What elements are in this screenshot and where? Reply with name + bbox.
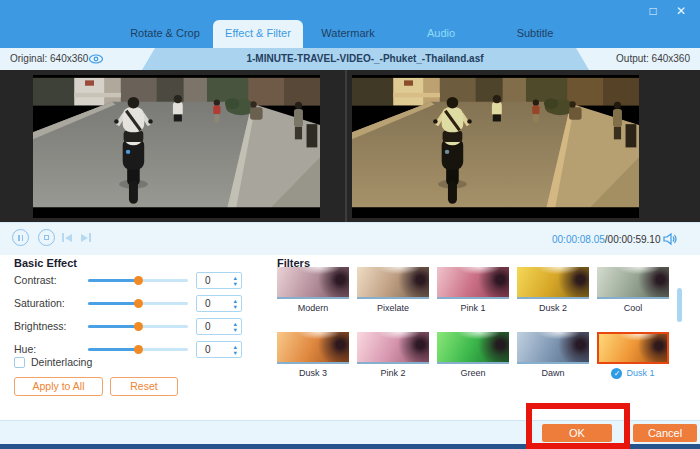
saturation-value: 0	[205, 296, 211, 311]
saturation-label: Saturation:	[14, 295, 65, 312]
deinterlacing-label: Deinterlacing	[31, 356, 92, 368]
effect-filter-dialog: □ ✕ Rotate & Crop Effect & Filter Waterm…	[0, 0, 700, 449]
spin-down-icon[interactable]: ▼	[233, 327, 238, 333]
saturation-row: Saturation: 0 ▲▼	[0, 295, 270, 312]
saturation-slider[interactable]	[88, 299, 188, 308]
filter-pink-2[interactable]: ✓Pink 2	[357, 332, 429, 379]
spin-down-icon[interactable]: ▼	[233, 281, 238, 287]
pause-icon	[18, 235, 23, 241]
filter-thumbnail[interactable]	[597, 267, 669, 299]
filter-pixelate[interactable]: ✓Pixelate	[357, 267, 429, 314]
filter-thumbnail[interactable]	[597, 332, 669, 364]
brightness-label: Brightness:	[14, 318, 67, 335]
info-bar: Original: 640x360 1-MINUTE-TRAVEL-VIDEO-…	[0, 48, 700, 70]
contrast-slider-thumb[interactable]	[134, 276, 143, 285]
deinterlacing-row: Deinterlacing	[14, 356, 92, 368]
tab-watermark[interactable]: Watermark	[303, 18, 393, 48]
filters-scrollbar[interactable]	[677, 288, 682, 322]
filter-dusk-1[interactable]: ✓Dusk 1	[597, 332, 669, 379]
spin-down-icon[interactable]: ▼	[233, 350, 238, 356]
playback-bar: 00:00:08.05/00:00:59.10	[0, 222, 700, 255]
filtered-video-frame	[352, 75, 639, 218]
previous-frame-button[interactable]	[62, 233, 72, 242]
filter-thumbnail[interactable]	[437, 332, 509, 364]
tab-effect-filter[interactable]: Effect & Filter	[213, 20, 303, 48]
filter-dusk-2[interactable]: ✓Dusk 2	[517, 267, 589, 314]
stop-icon	[44, 235, 49, 240]
filter-thumbnail[interactable]	[517, 267, 589, 299]
volume-icon[interactable]	[663, 232, 678, 250]
preview-divider	[345, 70, 347, 222]
tab-subtitle[interactable]: Subtitle	[490, 18, 580, 48]
saturation-spinbox[interactable]: 0 ▲▼	[196, 295, 242, 312]
filter-green[interactable]: ✓Green	[437, 332, 509, 379]
brightness-slider-thumb[interactable]	[134, 322, 143, 331]
contrast-slider[interactable]	[88, 276, 188, 285]
controls-panel: Basic Effect Contrast: 0 ▲▼ Saturation: …	[0, 255, 700, 420]
check-icon: ✓	[611, 368, 622, 379]
filter-dusk-3[interactable]: ✓Dusk 3	[277, 332, 349, 379]
hue-slider[interactable]	[88, 345, 188, 354]
filter-thumbnail[interactable]	[437, 267, 509, 299]
filter-modern[interactable]: ✓Modern	[277, 267, 349, 314]
filter-thumbnail[interactable]	[357, 332, 429, 364]
window-controls: □ ✕	[642, 3, 692, 19]
next-icon	[81, 234, 88, 242]
title-bar: □ ✕ Rotate & Crop Effect & Filter Waterm…	[0, 0, 700, 48]
total-time: 00:00:59.10	[608, 234, 661, 245]
apply-to-all-button[interactable]: Apply to All	[14, 377, 103, 396]
brightness-spinbox[interactable]: 0 ▲▼	[196, 318, 242, 335]
tab-audio[interactable]: Audio	[396, 18, 486, 48]
previous-icon	[65, 234, 72, 242]
ok-button[interactable]: OK	[542, 424, 612, 442]
reset-button[interactable]: Reset	[110, 377, 178, 396]
filter-pink-1[interactable]: ✓Pink 1	[437, 267, 509, 314]
contrast-label: Contrast:	[14, 272, 57, 289]
brightness-value: 0	[205, 319, 211, 334]
original-video-frame	[33, 75, 320, 218]
brightness-slider[interactable]	[88, 322, 188, 331]
hue-value: 0	[205, 342, 211, 357]
original-resolution-label: Original: 640x360	[0, 48, 155, 70]
filters-grid: ✓Modern ✓Pixelate ✓Pink 1 ✓Dusk 2 ✓Cool …	[277, 267, 669, 379]
saturation-slider-thumb[interactable]	[134, 299, 143, 308]
filter-thumbnail[interactable]	[357, 267, 429, 299]
preview-area	[0, 70, 700, 222]
contrast-row: Contrast: 0 ▲▼	[0, 272, 270, 289]
filter-cool[interactable]: ✓Cool	[597, 267, 669, 314]
spin-down-icon[interactable]: ▼	[233, 304, 238, 310]
current-time: 00:00:08.05	[552, 234, 605, 245]
output-resolution-label: Output: 640x360	[576, 48, 700, 70]
hue-spinbox[interactable]: 0 ▲▼	[196, 341, 242, 358]
deinterlacing-checkbox[interactable]	[14, 357, 25, 368]
filter-thumbnail[interactable]	[277, 267, 349, 299]
next-frame-button[interactable]	[81, 233, 91, 242]
contrast-spinbox[interactable]: 0 ▲▼	[196, 272, 242, 289]
brightness-row: Brightness: 0 ▲▼	[0, 318, 270, 335]
filter-dawn[interactable]: ✓Dawn	[517, 332, 589, 379]
filter-thumbnail[interactable]	[517, 332, 589, 364]
footer-bar: OK Cancel	[0, 420, 700, 444]
close-button[interactable]: ✕	[670, 3, 692, 19]
filters-section: Filters ✓Modern ✓Pixelate ✓Pink 1 ✓Dusk …	[277, 255, 677, 420]
filter-thumbnail[interactable]	[277, 332, 349, 364]
contrast-value: 0	[205, 273, 211, 288]
cancel-button[interactable]: Cancel	[633, 424, 697, 442]
time-display: 00:00:08.05/00:00:59.10	[552, 223, 660, 256]
stop-button[interactable]	[38, 229, 55, 246]
preview-eye-icon[interactable]	[88, 52, 104, 66]
tab-rotate-crop[interactable]: Rotate & Crop	[110, 18, 220, 48]
basic-effect-title: Basic Effect	[14, 257, 77, 269]
maximize-button[interactable]: □	[642, 3, 664, 19]
pause-button[interactable]	[12, 229, 29, 246]
video-filename: 1-MINUTE-TRAVEL-VIDEO-_-Phuket_-Thailand…	[160, 48, 570, 70]
hue-slider-thumb[interactable]	[134, 345, 143, 354]
bottom-strip	[0, 444, 700, 449]
